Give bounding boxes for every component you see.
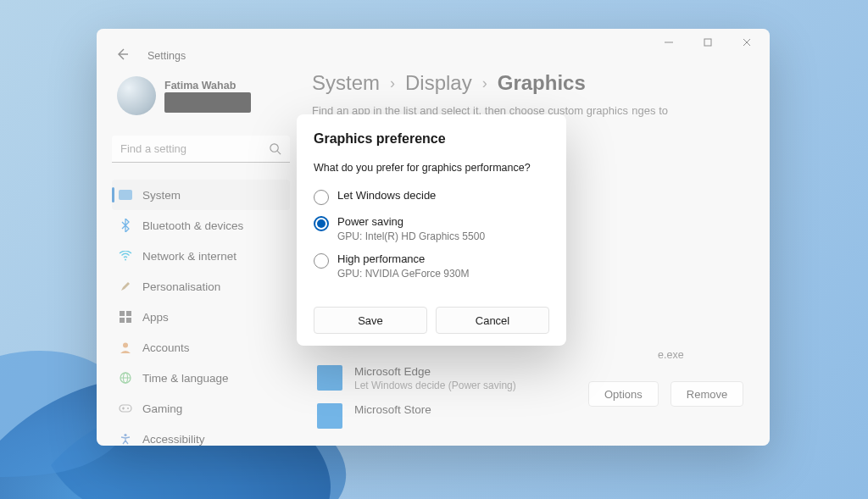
graphics-preference-dialog: Graphics preference What do you prefer f… [297,114,566,346]
radio-icon [314,190,329,205]
radio-icon [314,253,329,269]
save-button[interactable]: Save [314,307,427,334]
radio-sublabel: GPU: NVIDIA GeForce 930M [337,268,469,280]
radio-group: Let Windows decide Power saving GPU: Int… [314,184,549,285]
radio-label: Let Windows decide [337,189,436,202]
radio-option-power-saving[interactable]: Power saving GPU: Intel(R) HD Graphics 5… [314,210,549,247]
radio-icon [314,216,329,231]
radio-sublabel: GPU: Intel(R) HD Graphics 5500 [337,230,485,242]
radio-option-high-performance[interactable]: High performance GPU: NVIDIA GeForce 930… [314,247,549,285]
radio-option-let-windows-decide[interactable]: Let Windows decide [314,184,549,210]
dialog-title: Graphics preference [314,131,549,147]
cancel-button[interactable]: Cancel [436,307,549,334]
radio-label: Power saving [337,215,485,228]
dialog-question: What do you prefer for graphics performa… [314,162,549,174]
radio-label: High performance [337,252,469,265]
